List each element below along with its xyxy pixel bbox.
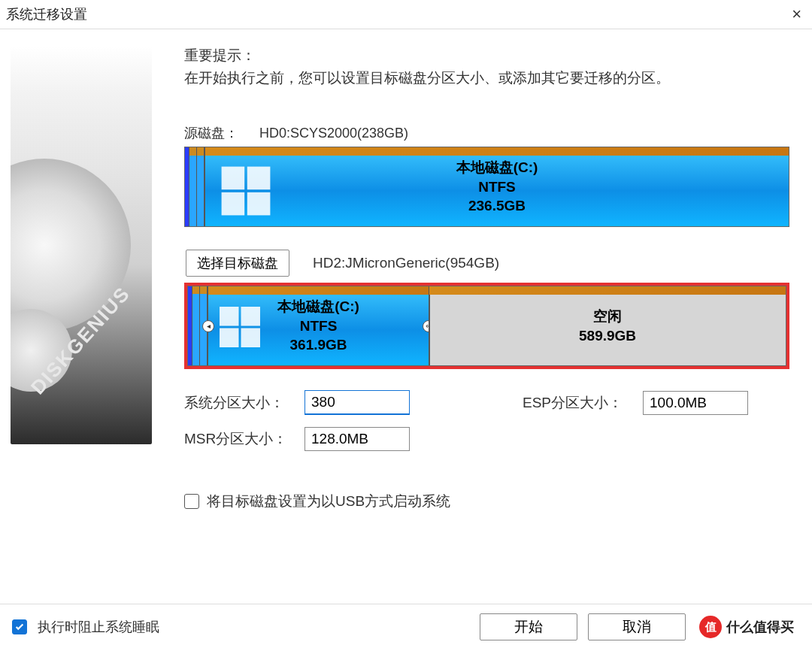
usb-boot-label: 将目标磁盘设置为以USB方式启动系统 [207,492,450,511]
target-highlight-box: 本地磁盘(C:) NTFS 361.9GB ◂ ⇔ 空闲 589.9GB [184,283,789,369]
start-button[interactable]: 开始 [480,613,577,640]
partition-size: 236.5GB [468,196,526,216]
partition-size: 361.9GB [290,335,347,355]
small-partition-stripe [192,286,200,365]
msr-size-input[interactable] [304,427,410,451]
source-disk-name: HD0:SCYS2000(238GB) [259,126,408,141]
hdd-illustration: DISKGENIUS [11,46,152,444]
partition-name: 本地磁盘(C:) [456,158,538,177]
tip-title: 重要提示： [184,46,789,65]
sys-size-input[interactable] [304,390,410,415]
footer: 执行时阻止系统睡眠 开始 取消 值 什么值得买 [0,604,812,651]
resize-handle-left-icon[interactable]: ◂ [202,320,214,332]
small-partition-stripe [197,147,205,226]
prevent-sleep-label: 执行时阻止系统睡眠 [38,618,159,636]
sidebar: DISKGENIUS [0,29,162,511]
partition-fs: NTFS [478,177,516,197]
close-icon[interactable]: × [792,5,801,24]
window-title: 系统迁移设置 [6,5,87,23]
select-target-disk-button[interactable]: 选择目标磁盘 [186,250,289,277]
esp-size-input[interactable] [643,391,748,415]
tip-text: 在开始执行之前，您可以设置目标磁盘分区大小、或添加其它要迁移的分区。 [184,68,789,88]
free-size: 589.9GB [579,326,636,346]
esp-size-label: ESP分区大小： [523,393,635,413]
msr-size-label: MSR分区大小： [184,429,297,449]
source-label: 源磁盘： [184,124,238,142]
target-disk-bar: 本地磁盘(C:) NTFS 361.9GB ◂ ⇔ 空闲 589.9GB [187,286,786,366]
small-partition-stripe [189,147,197,226]
target-partition-c[interactable]: 本地磁盘(C:) NTFS 361.9GB ◂ ⇔ [208,286,429,365]
source-disk-bar: 本地磁盘(C:) NTFS 236.5GB [184,147,789,227]
free-label: 空闲 [593,307,622,326]
partition-name: 本地磁盘(C:) [277,297,359,316]
target-free-space[interactable]: 空闲 589.9GB [429,286,786,365]
target-disk-name: HD2:JMicronGeneric(954GB) [313,255,499,271]
smzdm-watermark: 值 什么值得买 [696,613,800,640]
prevent-sleep-checkbox[interactable] [12,619,27,634]
sys-size-label: 系统分区大小： [184,393,297,413]
usb-boot-checkbox[interactable] [184,494,199,509]
smzdm-badge-icon: 值 [699,616,722,638]
smzdm-text: 什么值得买 [726,618,794,636]
source-partition-c[interactable]: 本地磁盘(C:) NTFS 236.5GB [205,147,789,226]
cancel-button[interactable]: 取消 [588,613,686,640]
partition-fs: NTFS [300,316,338,336]
